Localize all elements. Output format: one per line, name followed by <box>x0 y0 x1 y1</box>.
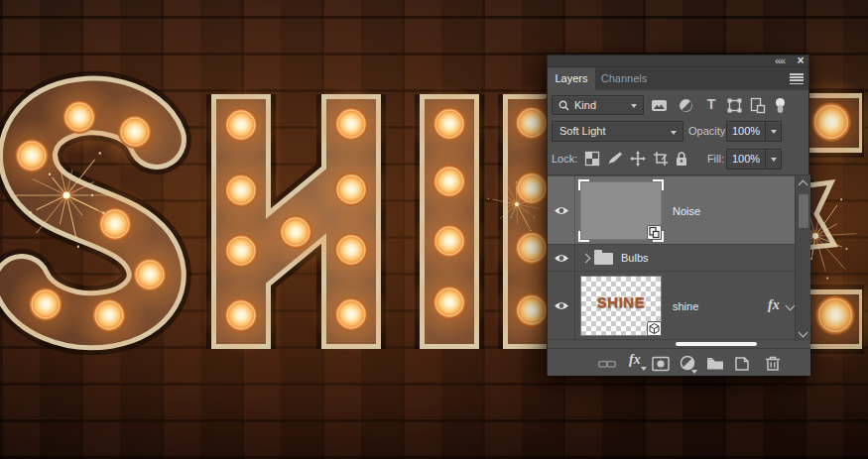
chevron-down-icon[interactable] <box>771 158 777 162</box>
layer-thumbnail-noise[interactable] <box>580 181 662 240</box>
thumbnail-word: SHINE <box>581 293 661 310</box>
filter-pixel-layers-icon[interactable] <box>651 97 668 114</box>
lock-transparency-icon[interactable] <box>584 151 600 167</box>
fx-glyph: fx <box>629 352 641 368</box>
selection-bracket <box>578 231 589 242</box>
lock-position-icon[interactable] <box>630 151 646 167</box>
panel-menu-icon[interactable] <box>790 73 804 84</box>
chevron-down-icon <box>631 104 637 108</box>
lock-label: Lock: <box>552 149 577 170</box>
filter-toggle-pin-icon[interactable] <box>772 97 789 114</box>
divider <box>574 245 575 271</box>
horizontal-scrollbar-thumb[interactable] <box>676 342 757 346</box>
visibility-eye-icon[interactable] <box>554 300 569 311</box>
filter-type-layers-icon[interactable]: T <box>703 96 719 113</box>
new-group-folder-icon[interactable] <box>705 354 725 374</box>
layer-row-bulbs[interactable]: Bulbs <box>548 245 795 272</box>
scroll-down-icon[interactable] <box>799 328 808 338</box>
new-layer-icon[interactable] <box>732 354 752 374</box>
collapse-panel-icon[interactable]: «« <box>770 56 790 67</box>
visibility-eye-icon[interactable] <box>554 205 569 216</box>
filter-kind-label: Kind <box>574 96 596 115</box>
layer-effects-fx-badge[interactable]: fx <box>768 297 780 313</box>
layers-panel: «« × Layers Channels Kind T <box>547 55 809 375</box>
divider <box>574 176 575 244</box>
blend-mode-select[interactable]: Soft Light <box>552 121 683 142</box>
search-icon <box>558 100 569 111</box>
fill-value[interactable]: 100% <box>727 150 765 169</box>
panel-tab-bar: Layers Channels <box>548 67 808 90</box>
layer-name[interactable]: Bulbs <box>621 252 649 264</box>
opacity-label: Opacity: <box>688 121 728 142</box>
layers-panel-toolbar: fx <box>548 348 810 376</box>
add-layer-mask-icon[interactable] <box>651 354 671 374</box>
photoshop-document-canvas: «« × Layers Channels Kind T <box>0 0 868 459</box>
blend-mode-value: Soft Light <box>559 122 605 141</box>
visibility-eye-icon[interactable] <box>554 253 569 264</box>
layer-name[interactable]: Noise <box>673 205 700 217</box>
scroll-up-icon[interactable] <box>799 180 808 190</box>
link-layers-icon[interactable] <box>597 354 617 374</box>
smart-filter-badge <box>647 225 662 240</box>
close-panel-icon[interactable]: × <box>794 55 807 67</box>
opacity-field[interactable]: 100% <box>726 121 782 142</box>
vertical-scrollbar[interactable] <box>795 175 810 342</box>
filter-smart-objects-icon[interactable] <box>749 97 766 114</box>
group-expand-chevron-icon[interactable] <box>581 254 591 264</box>
layer-name[interactable]: shine <box>673 300 698 312</box>
tab-channels[interactable]: Channels <box>595 67 653 90</box>
scrollbar-thumb[interactable] <box>799 194 808 228</box>
tab-layers[interactable]: Layers <box>548 67 595 90</box>
lock-artboard-icon[interactable] <box>653 151 669 167</box>
chevron-down-icon <box>671 131 677 135</box>
new-adjustment-layer-icon[interactable] <box>679 354 698 374</box>
chevron-icon <box>691 370 697 374</box>
chevron-down-icon[interactable] <box>771 130 777 134</box>
horizontal-scrollbar[interactable] <box>548 341 810 348</box>
divider <box>574 272 575 339</box>
filter-shape-layers-icon[interactable] <box>726 97 743 114</box>
selection-bracket <box>578 179 589 190</box>
group-folder-icon <box>594 253 613 265</box>
filter-adjustment-layers-icon[interactable] <box>678 97 694 114</box>
layer-row-noise[interactable]: Noise <box>548 176 795 245</box>
smart-object-badge <box>647 321 662 336</box>
fill-field[interactable]: 100% <box>726 149 782 170</box>
layer-list: Noise Bulbs SHINE <box>548 174 810 341</box>
selection-bracket <box>653 179 664 190</box>
effects-expand-chevron-icon[interactable] <box>786 301 796 311</box>
filter-kind-select[interactable]: Kind <box>552 95 644 115</box>
fill-label: Fill: <box>698 149 724 170</box>
lock-pixels-icon[interactable] <box>607 151 623 167</box>
layer-row-shine[interactable]: SHINE shine fx <box>548 272 795 340</box>
chevron-icon <box>641 367 647 371</box>
opacity-value[interactable]: 100% <box>727 122 765 141</box>
panel-title-bar[interactable]: «« × <box>548 56 808 67</box>
delete-layer-trash-icon[interactable] <box>763 354 783 374</box>
lock-all-icon[interactable] <box>674 151 689 167</box>
layer-style-fx-icon[interactable]: fx <box>629 352 649 372</box>
layer-thumbnail-shine[interactable]: SHINE <box>580 276 662 336</box>
